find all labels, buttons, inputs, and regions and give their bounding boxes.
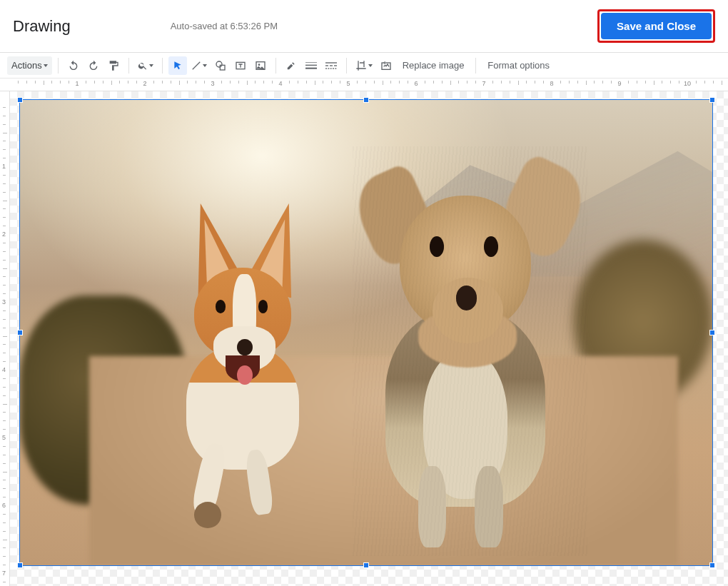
actions-menu[interactable]: Actions bbox=[7, 56, 52, 75]
redo-button[interactable] bbox=[84, 56, 103, 75]
border-dash-button[interactable] bbox=[322, 56, 340, 75]
separator bbox=[475, 58, 476, 74]
resize-handle-middle-left[interactable] bbox=[17, 330, 23, 335]
svg-rect-6 bbox=[305, 64, 317, 65]
svg-point-0 bbox=[216, 61, 222, 67]
resize-handle-bottom-middle[interactable] bbox=[363, 562, 369, 568]
shape-tool[interactable] bbox=[211, 56, 230, 75]
undo-button[interactable] bbox=[64, 56, 83, 75]
image-tool[interactable] bbox=[251, 56, 270, 75]
resize-handle-top-right[interactable] bbox=[709, 97, 715, 103]
svg-rect-11 bbox=[334, 65, 337, 66]
svg-rect-15 bbox=[333, 68, 334, 69]
svg-rect-12 bbox=[325, 68, 327, 69]
separator bbox=[346, 58, 347, 74]
toolbar: Actions Replace image Format options bbox=[0, 53, 728, 79]
selection-border bbox=[20, 100, 712, 565]
reset-image-button[interactable] bbox=[377, 56, 395, 75]
caret-down-icon bbox=[149, 64, 153, 67]
resize-handle-bottom-left[interactable] bbox=[17, 562, 23, 568]
caret-down-icon bbox=[203, 64, 207, 67]
selected-image[interactable] bbox=[20, 100, 712, 565]
textbox-tool[interactable] bbox=[231, 56, 250, 75]
svg-rect-13 bbox=[328, 68, 329, 69]
highlight-annotation: Save and Close bbox=[597, 9, 715, 43]
format-options-button[interactable]: Format options bbox=[482, 60, 555, 71]
caret-down-icon bbox=[44, 64, 48, 67]
svg-rect-10 bbox=[330, 65, 333, 66]
svg-rect-9 bbox=[325, 65, 328, 66]
resize-handle-top-left[interactable] bbox=[17, 97, 23, 103]
dialog-header: Drawing Auto-saved at 6:53:26 PM Save an… bbox=[0, 0, 728, 53]
resize-handle-middle-right[interactable] bbox=[709, 330, 715, 335]
svg-rect-14 bbox=[330, 68, 331, 69]
separator bbox=[162, 58, 163, 74]
svg-rect-5 bbox=[305, 62, 317, 63]
dialog-title: Drawing bbox=[13, 17, 71, 36]
paint-format-button[interactable] bbox=[104, 56, 123, 75]
caret-down-icon bbox=[368, 64, 373, 67]
svg-rect-8 bbox=[325, 62, 337, 63]
border-color-button[interactable] bbox=[282, 56, 300, 75]
resize-handle-bottom-right[interactable] bbox=[709, 562, 715, 568]
separator bbox=[128, 58, 129, 74]
zoom-menu[interactable] bbox=[135, 56, 156, 75]
svg-rect-16 bbox=[335, 68, 336, 69]
svg-rect-7 bbox=[305, 67, 317, 69]
replace-image-button[interactable]: Replace image bbox=[397, 60, 470, 71]
save-and-close-button[interactable]: Save and Close bbox=[601, 13, 712, 39]
border-weight-button[interactable] bbox=[302, 56, 320, 75]
line-tool[interactable] bbox=[188, 56, 210, 75]
actions-label: Actions bbox=[11, 60, 42, 71]
autosave-status: Auto-saved at 6:53:26 PM bbox=[171, 21, 278, 31]
select-tool[interactable] bbox=[168, 56, 187, 75]
separator bbox=[58, 58, 59, 74]
separator bbox=[275, 58, 276, 74]
svg-rect-1 bbox=[220, 65, 225, 70]
horizontal-ruler: 12345678910 bbox=[0, 79, 728, 91]
svg-point-4 bbox=[258, 64, 260, 66]
resize-handle-top-middle[interactable] bbox=[363, 97, 369, 103]
crop-tool[interactable] bbox=[353, 56, 375, 75]
vertical-ruler: 1234567 bbox=[0, 91, 10, 586]
